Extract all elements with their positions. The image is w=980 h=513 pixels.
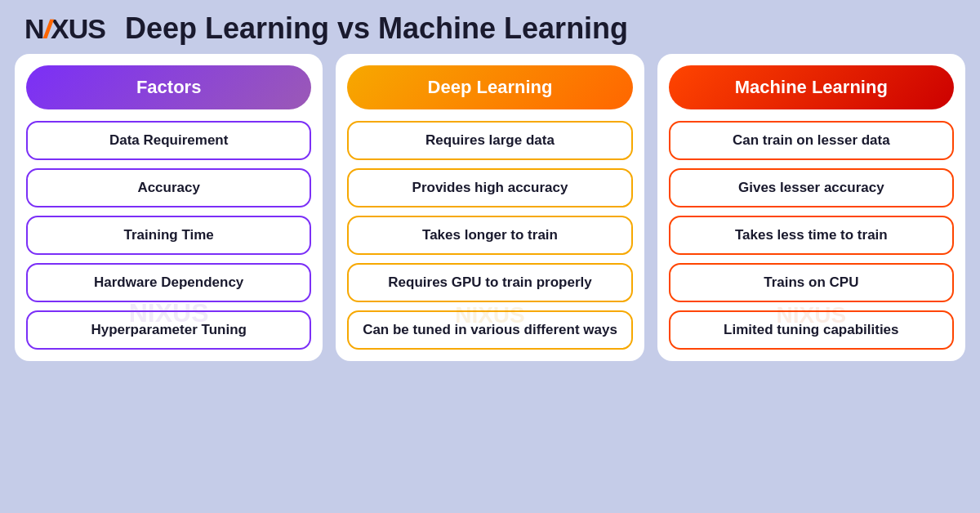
factors-header: Factors	[26, 65, 311, 109]
main-title: Deep Learning vs Machine Learning	[125, 11, 628, 46]
factors-cell-5: Hyperparameter Tuning	[26, 310, 311, 350]
columns-container: NIXUS Factors Data Requirement Accuracy …	[0, 54, 980, 372]
logo: NIXUS	[24, 13, 105, 45]
factors-column: NIXUS Factors Data Requirement Accuracy …	[15, 54, 323, 361]
machine-learning-column: NIXUS Machine Learning Can train on less…	[657, 54, 965, 361]
machine-cell-3: Takes less time to train	[669, 216, 954, 255]
factors-cell-1: Data Requirement	[26, 121, 311, 160]
machine-cell-4: Trains on CPU	[669, 263, 954, 302]
header: NIXUS Deep Learning vs Machine Learning	[0, 0, 980, 54]
deep-cell-2: Provides high accuracy	[347, 168, 632, 207]
machine-cell-5: Limited tuning capabilities	[669, 310, 954, 350]
deep-learning-header: Deep Learning	[347, 65, 632, 109]
machine-cell-2: Gives lesser accuracy	[669, 168, 954, 207]
factors-cell-4: Hardware Dependency	[26, 263, 311, 302]
machine-learning-header: Machine Learning	[669, 65, 954, 109]
deep-cell-5: Can be tuned in various different ways	[347, 310, 632, 350]
factors-cell-2: Accuracy	[26, 168, 311, 207]
factors-cell-3: Training Time	[26, 216, 311, 255]
deep-cell-4: Requires GPU to train properly	[347, 263, 632, 302]
deep-cell-3: Takes longer to train	[347, 216, 632, 255]
deep-cell-1: Requires large data	[347, 121, 632, 160]
deep-learning-column: NIXUS Deep Learning Requires large data …	[336, 54, 644, 361]
machine-cell-1: Can train on lesser data	[669, 121, 954, 160]
